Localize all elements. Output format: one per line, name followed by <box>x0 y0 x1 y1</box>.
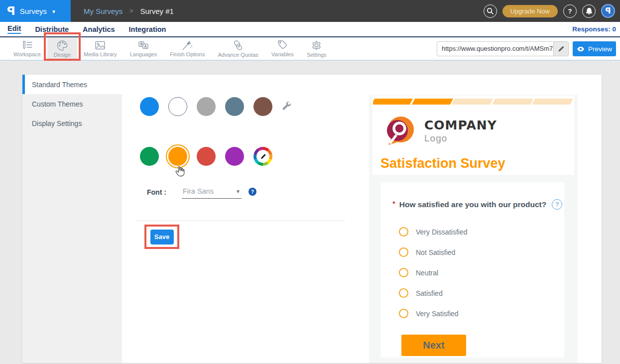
font-label: Font : <box>147 187 166 196</box>
survey-url-field[interactable]: https://www.questionpro.com/t/AMSm7Z <box>437 41 569 56</box>
tab-edit[interactable]: Edit <box>7 24 21 34</box>
chevron-down-icon: ▼ <box>236 189 241 194</box>
question-help-button[interactable]: ? <box>552 199 562 210</box>
surveys-menu-label: Surveys <box>20 7 47 15</box>
font-setting-row: Font : Fira Sans ▼ ? <box>147 187 256 199</box>
pencil-icon <box>260 153 266 160</box>
media-library-icon <box>94 40 106 50</box>
question-card: * How satisfied are you with our product… <box>381 182 564 358</box>
breadcrumb: My Surveys > Survey #1 <box>84 7 174 15</box>
workspace-icon <box>20 40 33 50</box>
question-row: * How satisfied are you with our product… <box>392 199 564 210</box>
theme-editor: Font : Fira Sans ▼ ? Save <box>122 75 602 363</box>
content-divider <box>136 221 345 221</box>
questionpro-logo-icon: P <box>7 5 15 17</box>
responses-count[interactable]: Responses: 0 <box>572 25 616 33</box>
survey-tab-bar: Edit Distribute Analytics Integration Re… <box>0 22 620 37</box>
upgrade-now-button[interactable]: Upgrade Now <box>502 5 558 17</box>
swatch-red[interactable] <box>197 147 216 166</box>
survey-title: Satisfaction Survey <box>380 156 574 171</box>
chevron-down-icon: ▼ <box>51 9 56 14</box>
edit-toolbar: Workspace Design Media Library Languages… <box>0 37 620 61</box>
option-satisfied[interactable]: Satisfied <box>399 283 564 303</box>
option-very-dissatisfied[interactable]: Very Dissatisfied <box>399 222 564 242</box>
radio-icon[interactable] <box>399 288 408 298</box>
swatch-row-1 <box>140 97 272 116</box>
company-logo: COMPANY Logo <box>382 113 574 149</box>
breadcrumb-separator: > <box>129 7 133 14</box>
tool-design[interactable]: Design <box>47 37 77 60</box>
company-pin-logo-icon <box>382 113 418 149</box>
option-neutral[interactable]: Neutral <box>399 262 564 283</box>
variables-tag-icon <box>277 40 288 50</box>
radio-icon[interactable] <box>399 247 408 257</box>
survey-preview-pane: COMPANY Logo Satisfaction Survey * How s… <box>369 95 578 363</box>
tool-workspace[interactable]: Workspace <box>7 37 47 60</box>
font-dropdown[interactable]: Fira Sans ▼ <box>182 187 242 199</box>
question-text: How satisfied are you with our product? <box>399 200 546 209</box>
edit-url-button[interactable] <box>553 42 568 56</box>
help-icon: ? <box>555 201 559 208</box>
sidebar-item-custom-themes[interactable]: Custom Themes <box>22 94 122 114</box>
radio-icon[interactable] <box>399 309 408 318</box>
option-not-satisfied[interactable]: Not Satisfied <box>399 242 564 262</box>
next-button[interactable]: Next <box>401 335 466 356</box>
customize-theme-button[interactable] <box>281 101 292 114</box>
tab-distribute[interactable]: Distribute <box>35 25 69 33</box>
tab-integration[interactable]: Integration <box>129 25 166 33</box>
swatch-white[interactable] <box>168 97 187 116</box>
font-dropdown-value: Fira Sans <box>183 187 214 195</box>
survey-preview-header: COMPANY Logo Satisfaction Survey <box>372 96 574 175</box>
settings-gear-icon <box>311 40 322 51</box>
custom-color-picker[interactable] <box>253 147 272 166</box>
help-icon: ? <box>568 7 572 15</box>
tool-advance-quotas[interactable]: Advance Quotas <box>211 37 264 60</box>
tool-variables[interactable]: Variables <box>265 37 300 60</box>
answer-options: Very Dissatisfied Not Satisfied Neutral <box>399 222 564 324</box>
annotation-save-highlight: Save <box>144 225 179 249</box>
design-panel: Standard Themes Custom Themes Display Se… <box>22 75 602 363</box>
breadcrumb-my-surveys[interactable]: My Surveys <box>84 7 123 15</box>
swatch-blue-gray[interactable] <box>225 97 244 116</box>
sidebar-item-display-settings[interactable]: Display Settings <box>22 114 122 133</box>
tool-finish-options[interactable]: Finish Options <box>163 37 211 60</box>
languages-icon <box>137 40 149 50</box>
design-palette-icon <box>56 40 68 51</box>
swatch-orange-selected[interactable] <box>168 147 187 166</box>
breadcrumb-current-survey: Survey #1 <box>140 7 174 15</box>
swatch-blue[interactable] <box>140 97 159 116</box>
themes-sidebar: Standard Themes Custom Themes Display Se… <box>22 75 122 363</box>
top-bar: P Surveys ▼ My Surveys > Survey #1 Upgra… <box>0 0 620 22</box>
swatch-green[interactable] <box>140 147 159 166</box>
tab-analytics[interactable]: Analytics <box>83 25 115 33</box>
radio-icon[interactable] <box>399 268 408 277</box>
progress-bar <box>373 99 574 105</box>
pencil-icon <box>558 46 564 52</box>
required-marker: * <box>392 199 395 208</box>
swatch-row-2 <box>140 147 272 166</box>
notifications-button[interactable] <box>582 4 596 18</box>
company-name: COMPANY <box>424 118 497 132</box>
radio-icon[interactable] <box>399 227 408 237</box>
wrench-icon <box>281 101 292 112</box>
option-very-satisfied[interactable]: Very Satisfied <box>399 303 564 324</box>
bell-icon <box>586 7 593 15</box>
search-button[interactable] <box>484 4 497 18</box>
avatar-letter: P <box>606 6 611 15</box>
preview-button[interactable]: Preview <box>573 41 616 56</box>
surveys-menu[interactable]: P Surveys ▼ <box>0 0 71 22</box>
mouse-cursor <box>174 166 185 179</box>
tool-media-library[interactable]: Media Library <box>77 37 124 60</box>
save-button[interactable]: Save <box>150 230 174 244</box>
account-avatar[interactable]: P <box>601 4 615 18</box>
font-help-button[interactable]: ? <box>248 188 256 196</box>
swatch-purple[interactable] <box>225 147 244 166</box>
swatch-brown[interactable] <box>253 97 272 116</box>
tool-languages[interactable]: Languages <box>124 37 163 60</box>
sidebar-item-standard-themes[interactable]: Standard Themes <box>22 75 122 94</box>
tool-settings[interactable]: Settings <box>300 37 333 60</box>
swatch-gray[interactable] <box>197 97 216 116</box>
color-picker-pencil <box>256 150 269 163</box>
help-button[interactable]: ? <box>563 4 577 18</box>
eye-icon <box>577 46 585 52</box>
